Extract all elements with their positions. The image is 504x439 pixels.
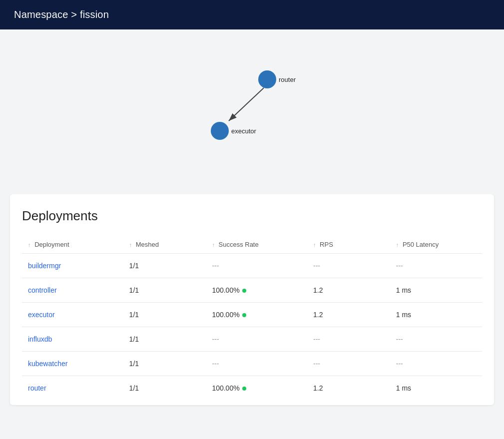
- router-node[interactable]: [258, 70, 276, 88]
- success-indicator: [242, 387, 246, 391]
- deployments-table: ↑ Deployment ↑ Meshed ↑ Success Rate ↑ R…: [22, 236, 482, 400]
- p50-latency-cell: ---: [390, 352, 482, 376]
- sort-icon-rps: ↑: [313, 242, 316, 248]
- col-rps[interactable]: ↑ RPS: [307, 236, 390, 254]
- table-header: ↑ Deployment ↑ Meshed ↑ Success Rate ↑ R…: [22, 236, 482, 254]
- deployment-link[interactable]: buildermgr: [28, 262, 61, 270]
- p50-latency-cell: ---: [390, 254, 482, 278]
- sort-icon-deployment: ↑: [28, 242, 31, 248]
- rps-cell: ---: [307, 254, 390, 278]
- deployment-link[interactable]: executor: [28, 311, 55, 319]
- success-rate-cell: ---: [206, 254, 307, 278]
- col-meshed[interactable]: ↑ Meshed: [123, 236, 206, 254]
- success-indicator: [242, 289, 246, 293]
- page-header: Namespace > fission: [0, 0, 504, 29]
- network-graph: router executor: [190, 57, 315, 167]
- p50-latency-cell: 1 ms: [390, 376, 482, 401]
- meshed-cell: 1/1: [123, 352, 206, 376]
- executor-node[interactable]: [211, 122, 229, 140]
- deployments-title: Deployments: [22, 208, 482, 224]
- deployment-link[interactable]: router: [28, 384, 46, 392]
- graph-area: router executor: [0, 29, 504, 194]
- rps-cell: 1.2: [307, 376, 390, 401]
- success-rate-cell: ---: [206, 327, 307, 352]
- success-indicator: [242, 313, 246, 317]
- meshed-cell: 1/1: [123, 254, 206, 278]
- table-row: executor1/1100.00%1.21 ms: [22, 303, 482, 327]
- deployment-link[interactable]: kubewatcher: [28, 360, 67, 368]
- success-rate-cell: ---: [206, 352, 307, 376]
- p50-latency-cell: 1 ms: [390, 278, 482, 303]
- table-body: buildermgr1/1---------controller1/1100.0…: [22, 254, 482, 401]
- meshed-cell: 1/1: [123, 303, 206, 327]
- sort-icon-p50: ↑: [396, 242, 399, 248]
- success-rate-cell: 100.00%: [206, 278, 307, 303]
- sort-icon-success: ↑: [212, 242, 215, 248]
- success-rate-cell: 100.00%: [206, 376, 307, 401]
- executor-node-label: executor: [231, 127, 257, 135]
- rps-cell: ---: [307, 327, 390, 352]
- deployment-link[interactable]: controller: [28, 286, 57, 294]
- p50-latency-cell: 1 ms: [390, 303, 482, 327]
- deployments-card: Deployments ↑ Deployment ↑ Meshed ↑ Succ…: [10, 194, 494, 405]
- table-row: influxdb1/1---------: [22, 327, 482, 352]
- graph-edge: [229, 88, 264, 121]
- sort-icon-meshed: ↑: [129, 242, 132, 248]
- table-row: router1/1100.00%1.21 ms: [22, 376, 482, 401]
- deployment-link[interactable]: influxdb: [28, 335, 52, 343]
- meshed-cell: 1/1: [123, 327, 206, 352]
- breadcrumb: Namespace > fission: [14, 9, 109, 20]
- rps-cell: 1.2: [307, 278, 390, 303]
- router-node-label: router: [279, 76, 296, 83]
- meshed-cell: 1/1: [123, 278, 206, 303]
- rps-cell: ---: [307, 352, 390, 376]
- meshed-cell: 1/1: [123, 376, 206, 401]
- col-deployment[interactable]: ↑ Deployment: [22, 236, 123, 254]
- table-row: controller1/1100.00%1.21 ms: [22, 278, 482, 303]
- col-success-rate[interactable]: ↑ Success Rate: [206, 236, 307, 254]
- rps-cell: 1.2: [307, 303, 390, 327]
- graph-svg: router executor: [190, 57, 315, 167]
- table-row: kubewatcher1/1---------: [22, 352, 482, 376]
- p50-latency-cell: ---: [390, 327, 482, 352]
- table-row: buildermgr1/1---------: [22, 254, 482, 278]
- success-rate-cell: 100.00%: [206, 303, 307, 327]
- col-p50-latency[interactable]: ↑ P50 Latency: [390, 236, 482, 254]
